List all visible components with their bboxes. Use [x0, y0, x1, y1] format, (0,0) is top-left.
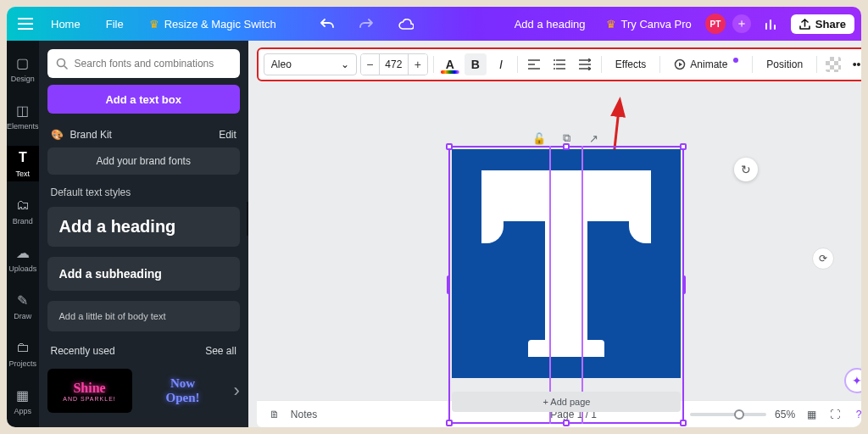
undo-button[interactable] — [314, 14, 341, 33]
uploads-icon: ☁ — [14, 244, 31, 261]
add-brand-fonts-button[interactable]: Add your brand fonts — [47, 147, 240, 175]
checker-icon — [826, 57, 841, 72]
fullscreen-button[interactable]: ⛶ — [827, 409, 843, 420]
add-text-box-button[interactable]: Add a text box — [47, 85, 240, 114]
palette-icon: 🎨 — [51, 129, 64, 141]
list-button[interactable] — [548, 53, 570, 75]
recent-next-button[interactable]: › — [234, 380, 240, 402]
align-button[interactable] — [523, 53, 545, 75]
font-size-value[interactable]: 472 — [380, 53, 409, 75]
brand-kit-row[interactable]: 🎨Brand Kit Edit — [39, 122, 248, 147]
add-body-card[interactable]: Add a little bit of body text — [47, 301, 240, 331]
resize-handle[interactable] — [680, 420, 687, 426]
notes-button[interactable]: Notes — [291, 409, 317, 420]
resize-handle[interactable] — [447, 275, 450, 294]
apps-icon: ▦ — [14, 387, 31, 403]
cloud-sync-button[interactable] — [392, 15, 420, 33]
home-button[interactable]: Home — [44, 14, 87, 34]
open-button[interactable]: ↗ — [584, 129, 603, 147]
italic-button[interactable]: I — [490, 53, 512, 75]
resize-button[interactable]: ♛ Resize & Magic Switch — [142, 14, 283, 34]
left-rail: ▢Design ◫Elements TText 🗂Brand ☁Uploads … — [7, 41, 39, 427]
lock-button[interactable]: 🔓 — [530, 129, 548, 147]
effects-button[interactable]: Effects — [607, 53, 654, 75]
text-color-button[interactable]: A — [439, 53, 461, 75]
bold-button[interactable]: B — [465, 53, 487, 75]
notes-icon: 🗎 — [267, 409, 282, 420]
redo-button[interactable] — [353, 14, 380, 33]
zoom-slider[interactable] — [690, 413, 766, 416]
position-button[interactable]: Position — [758, 53, 811, 75]
animate-icon — [674, 58, 686, 70]
zoom-knob[interactable] — [734, 409, 744, 420]
add-page-button[interactable]: + Add page — [452, 392, 681, 412]
transparency-button[interactable] — [822, 53, 844, 75]
avatar[interactable]: PT — [705, 14, 726, 34]
file-button[interactable]: File — [99, 14, 131, 34]
resize-handle[interactable] — [680, 143, 687, 150]
search-icon — [56, 58, 68, 70]
more-button[interactable]: ••• — [848, 53, 861, 75]
svg-point-1 — [554, 59, 555, 61]
rail-brand[interactable]: 🗂Brand — [7, 193, 39, 229]
search-input[interactable]: Search fonts and combinations — [47, 49, 240, 78]
rail-text[interactable]: TText — [7, 146, 39, 181]
rail-uploads[interactable]: ☁Uploads — [7, 241, 39, 276]
add-heading-prompt[interactable]: Add a heading — [508, 14, 593, 34]
try-pro-button[interactable]: ♛ Try Canva Pro — [599, 14, 698, 34]
add-subheading-card[interactable]: Add a subheading — [47, 257, 240, 291]
crown-icon: ♛ — [149, 18, 159, 31]
spacing-button[interactable] — [574, 53, 596, 75]
add-heading-card[interactable]: Add a heading — [47, 207, 240, 247]
help-button[interactable]: ? — [851, 409, 861, 420]
text-icon: T — [14, 149, 31, 166]
draw-icon: ✎ — [14, 292, 31, 309]
resize-label: Resize & Magic Switch — [164, 18, 276, 31]
font-size-increase[interactable]: + — [409, 53, 427, 75]
brand-icon: 🗂 — [14, 197, 31, 214]
canvas-stage[interactable]: 🔓 ⧉ ↗ — [248, 81, 861, 400]
recent-label: Recently used — [51, 345, 115, 357]
element-controls: 🔓 ⧉ ↗ — [530, 129, 603, 147]
add-button[interactable]: ＋ — [732, 14, 751, 33]
see-all-link[interactable]: See all — [205, 345, 236, 357]
brand-kit-edit[interactable]: Edit — [219, 129, 236, 141]
rotate-handle[interactable]: ⟳ — [812, 248, 834, 270]
duplicate-button[interactable]: ⧉ — [557, 129, 576, 147]
list-icon — [554, 59, 565, 70]
animate-button[interactable]: Animate — [665, 53, 747, 75]
insights-button[interactable] — [758, 14, 784, 34]
rail-design[interactable]: ▢Design — [7, 51, 39, 86]
rail-label: Draw — [14, 312, 31, 320]
rail-draw[interactable]: ✎Draw — [7, 288, 39, 324]
resize-handle[interactable] — [682, 275, 686, 294]
zoom-value[interactable]: 65% — [775, 409, 795, 420]
font-selector[interactable]: Aleo ⌄ — [264, 53, 357, 75]
regenerate-button[interactable]: ↻ — [734, 158, 758, 181]
rail-label: Apps — [14, 407, 32, 415]
align-icon — [528, 59, 540, 70]
recent-thumb-shine[interactable]: Shine AND SPARKLE! — [47, 369, 132, 413]
font-name: Aleo — [271, 58, 292, 70]
rail-elements[interactable]: ◫Elements — [7, 98, 39, 134]
rail-label: Design — [11, 75, 35, 83]
font-size-decrease[interactable]: − — [361, 53, 380, 75]
resize-handle[interactable] — [446, 420, 453, 426]
share-icon — [799, 19, 810, 30]
thumb-text: Open! — [166, 391, 200, 405]
grid-view-button[interactable]: ▦ — [804, 409, 819, 420]
share-label: Share — [815, 18, 846, 31]
thumb-text: Now — [170, 376, 195, 391]
menu-button[interactable] — [14, 12, 37, 36]
resize-handle[interactable] — [446, 143, 453, 150]
elements-icon: ◫ — [14, 102, 31, 119]
rail-label: Uploads — [8, 264, 36, 273]
rail-label: Projects — [9, 359, 37, 368]
projects-icon: 🗀 — [14, 339, 31, 356]
rail-label: Elements — [7, 122, 39, 131]
rail-projects[interactable]: 🗀Projects — [7, 336, 39, 371]
share-button[interactable]: Share — [791, 14, 854, 34]
recent-thumb-now-open[interactable]: Now Open! — [141, 369, 225, 413]
rail-apps[interactable]: ▦Apps — [7, 383, 39, 419]
animate-indicator — [733, 58, 738, 63]
